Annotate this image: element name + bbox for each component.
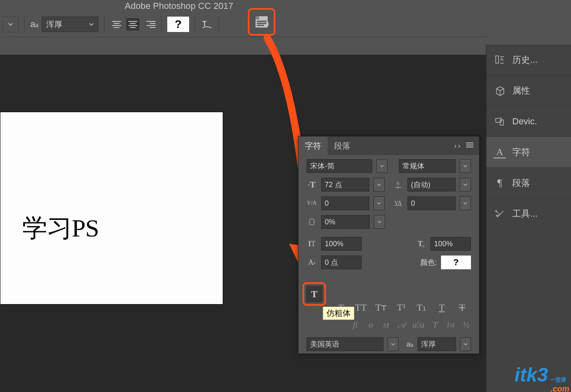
leading-icon: A <box>393 180 403 189</box>
tab-character[interactable]: 字符 <box>298 136 328 155</box>
svg-rect-5 <box>466 147 473 147</box>
document-tab-strip <box>0 37 486 55</box>
toggle-character-panel-button[interactable] <box>251 11 273 33</box>
font-size-field[interactable]: 72 点 <box>321 178 369 192</box>
svg-rect-2 <box>257 25 264 26</box>
align-center-button[interactable] <box>126 18 139 30</box>
watermark-com: .com <box>550 385 569 392</box>
leading-field[interactable]: (自动) <box>407 178 456 192</box>
leading-chev[interactable] <box>460 178 471 192</box>
language-chev[interactable] <box>388 337 398 351</box>
kerning-field[interactable]: 0 <box>321 196 369 210</box>
options-row: aa 浑厚 ? <box>0 12 275 36</box>
rail-tools[interactable]: 工具... <box>486 198 571 229</box>
rail-history[interactable]: 历史... <box>486 45 571 75</box>
ot-fractions1[interactable]: 1st <box>445 321 455 329</box>
character-panel: 字符 段落 › › 宋体-简 常规体 тT 72 点 A (自动) <box>298 136 479 354</box>
svg-rect-1 <box>257 23 266 24</box>
font-style-chev[interactable] <box>460 159 471 173</box>
kerning-icon: V/A <box>307 200 317 207</box>
rail-paragraph[interactable]: ¶ 段落 <box>486 168 571 198</box>
tsume-icon <box>307 218 317 226</box>
baseline-field[interactable]: 0 点 <box>321 256 362 269</box>
ot-ligatures[interactable]: fi <box>350 320 360 330</box>
text-color-swatch[interactable]: ? <box>167 17 189 32</box>
svg-rect-4 <box>466 145 473 145</box>
options-bar: Adobe Photoshop CC 2017 aa 浑厚 <box>0 0 486 37</box>
color-label: 颜色: <box>420 258 437 267</box>
tab-paragraph[interactable]: 段落 <box>328 136 357 155</box>
panel-aa-field[interactable]: 浑厚 <box>418 337 456 351</box>
vscale-field[interactable]: 100% <box>321 237 362 251</box>
warp-text-icon[interactable] <box>201 18 213 30</box>
tsume-chev[interactable] <box>374 215 385 229</box>
paragraph-icon: ¶ <box>494 177 506 189</box>
baseline-icon: Aa <box>307 258 317 267</box>
font-family-chev[interactable] <box>376 159 388 173</box>
watermark-zh: 一堂课 <box>550 377 566 382</box>
align-left-button[interactable] <box>110 18 123 30</box>
tracking-icon: VA <box>393 200 403 207</box>
hscale-field[interactable]: 100% <box>430 237 471 251</box>
language-field[interactable]: 美国英语 <box>307 337 384 351</box>
align-right-button[interactable] <box>143 18 156 30</box>
device-icon <box>494 115 506 128</box>
subscript[interactable]: T₁ <box>414 302 429 313</box>
panel-menu-icon[interactable] <box>466 142 473 150</box>
panel-expand-icon[interactable]: › › <box>454 142 460 150</box>
tracking-chev[interactable] <box>460 196 471 210</box>
text-color-swatch-panel[interactable]: ? <box>441 256 471 269</box>
panel-tabs: 字符 段落 › › <box>298 136 479 155</box>
size-icon: тT <box>307 179 317 190</box>
allcaps[interactable]: TT <box>354 302 368 313</box>
tooltip-faux-bold: 仿粗体 <box>323 307 354 320</box>
tsume-field[interactable]: 0% <box>321 215 370 229</box>
antialias-value: 浑厚 <box>46 19 62 30</box>
rail-device[interactable]: Devic. <box>486 106 571 137</box>
rail-properties-label: 属性 <box>512 85 530 97</box>
ot-swash[interactable]: 𝒜 <box>397 320 407 330</box>
panel-aa-icon: aa <box>407 340 413 349</box>
hscale-icon: T. <box>416 240 426 248</box>
watermark-main: itk3 <box>515 364 548 386</box>
antialias-select[interactable]: 浑厚 <box>42 17 98 32</box>
toggle-panels-highlight <box>248 8 275 36</box>
svg-rect-7 <box>310 219 314 225</box>
ot-ordinals[interactable]: o <box>366 320 375 330</box>
strikethrough[interactable]: T <box>455 302 469 313</box>
rail-character-label: 字符 <box>512 146 530 158</box>
ot-stylistic[interactable]: a͢a <box>412 320 424 330</box>
svg-rect-11 <box>500 120 503 125</box>
svg-rect-0 <box>257 21 266 22</box>
watermark: itk3 一堂课 .com <box>515 364 569 390</box>
font-family-field[interactable]: 宋体-简 <box>307 159 372 173</box>
history-icon <box>494 54 506 66</box>
ot-titling[interactable]: T <box>430 320 440 330</box>
superscript[interactable]: T¹ <box>394 302 409 313</box>
font-style-field[interactable]: 常规体 <box>399 159 456 173</box>
panel-aa-chev[interactable] <box>460 337 471 351</box>
svg-rect-8 <box>496 56 499 63</box>
rail-paragraph-label: 段落 <box>512 177 530 189</box>
tools-icon <box>494 208 506 220</box>
smallcaps[interactable]: Tᴛ <box>374 302 388 313</box>
rail-character[interactable]: A 字符 <box>486 137 571 168</box>
tracking-field[interactable]: 0 <box>407 196 456 210</box>
ot-fractions2[interactable]: ½ <box>461 320 471 330</box>
rail-properties[interactable]: 属性 <box>486 75 571 106</box>
rail-tools-label: 工具... <box>512 208 537 220</box>
rail-history-label: 历史... <box>512 54 537 66</box>
font-size-chev[interactable] <box>373 178 385 192</box>
ot-discretionary[interactable]: st <box>381 320 391 330</box>
app-title: Adobe Photoshop CC 2017 <box>125 1 233 11</box>
properties-icon <box>494 85 506 97</box>
canvas[interactable]: 学习PS <box>0 112 223 305</box>
tool-preset-chev[interactable] <box>2 16 19 32</box>
faux-bold-button[interactable]: T <box>306 286 322 302</box>
antialias-icon: aa <box>30 19 38 30</box>
kerning-chev[interactable] <box>373 196 385 210</box>
underline[interactable]: T <box>435 302 449 313</box>
svg-point-9 <box>501 58 503 59</box>
vscale-icon: IT <box>307 240 317 248</box>
canvas-text[interactable]: 学习PS <box>22 211 99 245</box>
